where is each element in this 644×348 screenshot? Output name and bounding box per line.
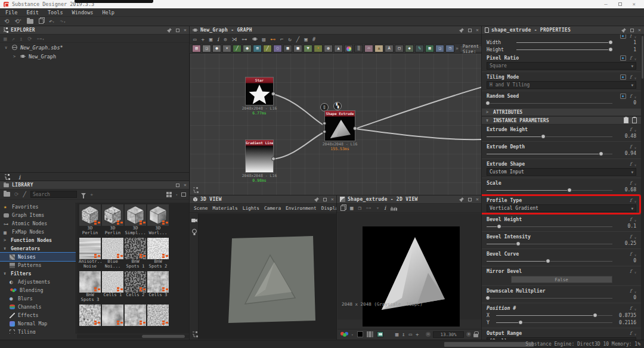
export-icon[interactable]: ↗ (11, 36, 14, 42)
inheritance-icon[interactable] (620, 35, 626, 39)
section-attributes[interactable]: > ATTRIBUTES (482, 108, 641, 116)
library-item[interactable] (147, 304, 169, 326)
scene-tree-icon[interactable] (192, 331, 198, 337)
tiling-grid-icon[interactable]: ▦ (395, 331, 398, 337)
graph-node-shortcut-icon[interactable]: ◍ (324, 45, 333, 52)
pin-icon[interactable] (621, 28, 626, 33)
paste-icon[interactable]: ❐ (358, 205, 361, 211)
info-tab-icon[interactable]: i (18, 174, 20, 181)
output-dot[interactable] (353, 126, 357, 130)
function-icon[interactable] (630, 127, 636, 132)
open-icon[interactable] (27, 19, 33, 24)
zoom-out-button[interactable]: − (426, 332, 431, 337)
edit-filter-icon[interactable]: ╱ (23, 191, 26, 197)
function-icon[interactable] (630, 181, 636, 186)
extrude-shape-select[interactable]: Custom Input▼ (487, 168, 636, 176)
thumbnail-partial[interactable] (79, 304, 101, 326)
pin-icon[interactable] (459, 28, 464, 33)
preview-mode-icon[interactable] (377, 331, 383, 337)
graph-node-shortcut-icon[interactable]: ▧ (192, 45, 201, 52)
function-icon[interactable] (630, 144, 636, 150)
graph-node-shortcut-icon[interactable]: • (314, 45, 323, 52)
view3d-viewport[interactable] (190, 213, 336, 339)
fit-view-icon[interactable]: ▭ (408, 331, 411, 337)
category-adjustments[interactable]: ◐Adjustments (0, 278, 76, 286)
graph-canvas[interactable]: Star 2048x2048 - L16 6.77ms ▯ ▚ Shape Ex… (190, 54, 481, 195)
lock-zoom-icon[interactable] (473, 334, 478, 337)
graph-node-shortcut-icon[interactable] (344, 45, 353, 52)
category-noises[interactable]: Noises (0, 253, 76, 261)
graph-node-shortcut-icon[interactable]: ╱ (263, 45, 272, 52)
profile-type-select[interactable]: Vertical Gradient▼ (487, 204, 636, 212)
overflow-chevron-icon[interactable]: » (456, 46, 459, 51)
downscale-multiplier-slider[interactable] (487, 295, 612, 301)
category-fxmap-nodes[interactable]: ▦FxMap Nodes (0, 228, 76, 236)
height-slider[interactable] (516, 46, 612, 52)
thumbnail-bnw-spots-3[interactable] (79, 271, 101, 293)
copy-parameters-icon[interactable] (624, 117, 628, 123)
graph-node-shortcut-icon[interactable]: ▒ (354, 45, 363, 52)
category-graph-items[interactable]: Graph Items (0, 211, 76, 219)
link-icon[interactable]: ⊶ (242, 36, 247, 42)
thumbnail-cells-1[interactable] (102, 271, 123, 293)
pixel-ratio-select[interactable]: Square▼ (487, 62, 636, 70)
favorites-filter-icon[interactable]: ★ (90, 191, 93, 197)
position-x-slider[interactable] (496, 312, 612, 318)
graph-node-shortcut-icon[interactable]: ╱ (233, 45, 242, 52)
thumbnail-3d-perlin-noise-2[interactable] (102, 204, 123, 226)
minimize-button[interactable]: – (604, 1, 607, 7)
library-item[interactable] (79, 304, 101, 326)
maximize-button[interactable] (618, 2, 622, 6)
stack-icon[interactable]: ▤ (262, 36, 265, 42)
library-item[interactable]: BnW Spots 2 (147, 238, 169, 269)
refresh-icon[interactable]: ⟳ (14, 191, 19, 197)
input-dot[interactable] (323, 130, 326, 133)
info-icon[interactable]: i (217, 36, 219, 42)
inheritance-icon[interactable] (620, 74, 626, 80)
float-icon[interactable] (468, 29, 472, 32)
menu-lights[interactable]: Lights (243, 206, 259, 211)
graph-node-shortcut-icon[interactable]: ▢ (395, 45, 404, 52)
category-blurs[interactable]: ●Blurs (0, 294, 76, 303)
channels-icon[interactable] (340, 332, 348, 337)
thumbnail-bnw-spots-1[interactable] (125, 238, 146, 259)
close-icon[interactable]: ✕ (331, 197, 334, 202)
zoom-in-button[interactable]: + (466, 332, 471, 337)
menu-file[interactable]: File (5, 10, 17, 15)
library-item[interactable]: BnW Spots 1 (125, 238, 146, 269)
transform-gizmo-icon[interactable]: ↥ (402, 331, 405, 337)
close-button[interactable]: × (633, 1, 636, 7)
function-icon[interactable] (630, 288, 636, 294)
graph-node-shortcut-icon[interactable]: ▦ (425, 45, 434, 52)
tree-row-package[interactable]: ∨ New_Graph.sbs* (0, 43, 190, 52)
bevel-curve-slider[interactable] (487, 258, 612, 264)
screenshot-icon[interactable]: ▣ (209, 36, 212, 42)
function-icon[interactable] (630, 94, 636, 99)
light-bulb-icon[interactable] (192, 229, 197, 235)
position-y-slider[interactable] (496, 319, 612, 325)
float-icon[interactable] (176, 184, 179, 187)
graph-node-shortcut-icon[interactable]: ❐ (445, 45, 454, 52)
menu-edit[interactable]: Edit (26, 10, 38, 15)
function-icon[interactable] (630, 55, 636, 61)
library-item[interactable]: 3D Worl... (147, 204, 169, 236)
histogram-icon[interactable] (391, 206, 397, 211)
thumbnail-3d-simplex[interactable] (125, 204, 146, 226)
rotate-icon[interactable]: ↻ (288, 36, 291, 42)
info-icon[interactable]: i (384, 205, 386, 211)
new-folder-icon[interactable] (4, 192, 10, 197)
undo-icon[interactable]: ↶▾ (49, 18, 55, 24)
close-icon[interactable]: ✕ (476, 28, 479, 33)
function-icon[interactable] (630, 74, 636, 80)
center-view-icon[interactable]: + (416, 331, 419, 337)
function-icon[interactable] (630, 217, 636, 222)
close-icon[interactable]: ✕ (638, 28, 641, 33)
graph-tree-toggle-icon[interactable] (193, 187, 199, 193)
active-link-icon[interactable]: ⊷ (270, 36, 275, 42)
library-item[interactable]: Cells 1 (102, 271, 123, 303)
view2d-viewport[interactable]: 2048 x 2048 (Grayscale, 16bpc) (338, 213, 481, 319)
collapse-icon[interactable]: ∨ (5, 45, 9, 50)
graph-node-shortcut-icon[interactable]: ◌ (273, 45, 282, 52)
function-icon[interactable] (630, 35, 636, 39)
pin-icon[interactable] (167, 28, 172, 33)
